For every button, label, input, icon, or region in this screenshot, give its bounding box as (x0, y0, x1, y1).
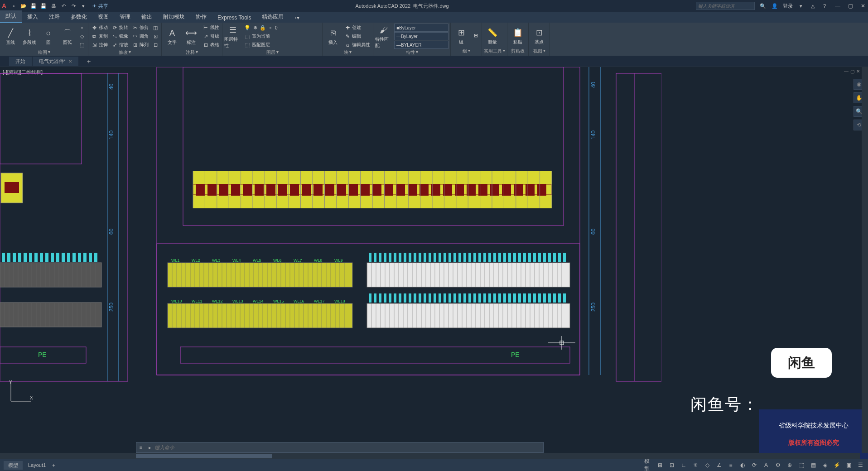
otrack-icon[interactable]: ∠ (715, 461, 723, 469)
lineweight-selector[interactable]: — BYLAYER (394, 41, 448, 49)
maximize-button[interactable]: ▢ (847, 3, 854, 9)
start-tab[interactable]: 开始 (9, 57, 32, 66)
redo-icon[interactable]: ↷ (70, 2, 77, 10)
vp-max-icon[interactable]: ▢ (850, 69, 854, 74)
linear-button[interactable]: ⊢线性 (202, 24, 220, 32)
chevron-down-icon[interactable]: ▾ (468, 48, 470, 54)
search-icon[interactable]: 🔍 (759, 2, 767, 10)
cmd-history-icon[interactable]: ≡ (136, 445, 145, 450)
tab-parametric[interactable]: 参数化 (65, 11, 92, 23)
v-scrollbar[interactable] (862, 67, 868, 453)
tab-express[interactable]: Express Tools (212, 13, 256, 23)
color-selector[interactable]: ■ ByLayer (394, 24, 448, 32)
customize-icon[interactable]: ☰ (856, 461, 864, 469)
h-scrollbar[interactable] (0, 453, 860, 459)
layer-match[interactable]: ⬚匹配图层 (243, 41, 320, 49)
open-icon[interactable]: 📂 (20, 2, 27, 10)
annomonitor-icon[interactable]: ⊕ (786, 461, 794, 469)
tab-default[interactable]: 默认 (0, 10, 22, 23)
mod-extra-2[interactable]: ⊡ (151, 32, 159, 40)
minimize-button[interactable]: — (834, 3, 841, 9)
dim-button[interactable]: ⟷标注 (183, 27, 200, 46)
user-icon[interactable]: 👤 (771, 2, 778, 10)
draw-more-1[interactable]: ▫ (78, 24, 86, 32)
insert-block-button[interactable]: ⎘插入 (324, 27, 342, 46)
paste-button[interactable]: 📋粘贴 (509, 26, 526, 45)
command-line[interactable]: ≡ ▸ (136, 442, 544, 453)
tab-collab[interactable]: 协作 (190, 11, 212, 23)
text-button[interactable]: A文字 (164, 27, 181, 46)
array-button[interactable]: ⊞阵列 (131, 41, 149, 49)
chevron-down-icon[interactable]: ▾ (276, 49, 279, 56)
copy-button[interactable]: ⧉复制 (90, 32, 109, 40)
chevron-down-icon[interactable]: ▾ (349, 49, 352, 56)
chevron-down-icon[interactable]: ▾ (196, 49, 198, 56)
help-search-input[interactable] (696, 2, 755, 10)
tab-view[interactable]: 视图 (92, 11, 114, 23)
chevron-down-icon[interactable]: ▾ (129, 49, 131, 56)
grid-icon[interactable]: ⊞ (656, 461, 664, 469)
polyline-button[interactable]: ⌇多段线 (21, 27, 38, 46)
drawing-tab[interactable]: 电气元器件*✕ (33, 57, 78, 66)
autodesk-icon[interactable]: ◬ (809, 2, 816, 10)
leader-button[interactable]: ↗引线 (202, 32, 220, 40)
tab-manage[interactable]: 管理 (114, 11, 136, 23)
help-icon[interactable]: ? (821, 2, 828, 10)
save-icon[interactable]: 💾 (30, 2, 37, 10)
cleanscreen-icon[interactable]: ▣ (844, 461, 853, 469)
fillet-button[interactable]: ◠圆角 (131, 32, 149, 40)
osnap-icon[interactable]: ◇ (703, 461, 711, 469)
trim-button[interactable]: ✂修剪 (131, 24, 149, 32)
close-button[interactable]: ✕ (860, 3, 866, 9)
mod-extra-1[interactable]: ◫ (151, 24, 159, 32)
measure-button[interactable]: 📏测量 (484, 26, 501, 45)
plot-icon[interactable]: 🖶 (50, 2, 57, 10)
vp-close-icon[interactable]: ✕ (856, 69, 860, 74)
group-extra[interactable]: ⊟ (472, 32, 480, 40)
new-tab-button[interactable]: ＋ (79, 56, 98, 67)
quickprops-icon[interactable]: ▤ (809, 461, 817, 469)
add-layout-button[interactable]: ＋ (51, 462, 56, 469)
cycling-icon[interactable]: ⟳ (750, 461, 758, 469)
block-attr[interactable]: a编辑属性 (343, 41, 371, 49)
block-create[interactable]: ✚创建 (343, 24, 371, 32)
share-button[interactable]: ✈ 共享 (92, 3, 108, 10)
isolate-icon[interactable]: ◈ (821, 461, 829, 469)
polar-icon[interactable]: ✳ (691, 461, 699, 469)
layerprops-button[interactable]: ☰图层特性 (224, 24, 241, 49)
chevron-down-icon[interactable]: ▾ (543, 48, 545, 54)
snap-icon[interactable]: ⊡ (668, 461, 676, 469)
annoscale-icon[interactable]: A (762, 461, 770, 469)
match-props-button[interactable]: 🖌特性匹配 (375, 24, 392, 49)
chevron-down-icon[interactable]: ▾ (416, 49, 418, 56)
transparency-icon[interactable]: ◐ (738, 461, 747, 469)
tab-featured[interactable]: 精选应用 (256, 11, 289, 23)
mirror-button[interactable]: ⇋镜像 (111, 32, 129, 40)
login-button[interactable]: 登录 (783, 3, 793, 10)
scale-button[interactable]: ⤢缩放 (111, 41, 129, 49)
tab-insert[interactable]: 插入 (22, 11, 43, 23)
workspace-icon[interactable]: ⚙ (774, 461, 782, 469)
chevron-down-icon[interactable]: ▾ (48, 49, 50, 56)
saveas-icon[interactable]: 💾 (40, 2, 47, 10)
units-icon[interactable]: ⬚ (797, 461, 805, 469)
base-button[interactable]: ⊡基点 (530, 26, 548, 45)
layout1-tab[interactable]: Layout1 (24, 461, 50, 469)
tab-annotate[interactable]: 注释 (43, 11, 65, 23)
draw-more-3[interactable]: ⬚ (78, 41, 86, 49)
new-icon[interactable]: ▫ (10, 2, 17, 10)
arc-button[interactable]: ⌒圆弧 (59, 27, 76, 46)
cart-icon[interactable]: ▾ (797, 2, 805, 10)
table-button[interactable]: ⊞表格 (202, 41, 220, 49)
rotate-button[interactable]: ⟳旋转 (111, 24, 129, 32)
linetype-selector[interactable]: — ByLayer (394, 32, 448, 40)
draw-more-2[interactable]: ◇ (78, 32, 86, 40)
block-edit[interactable]: ✎编辑 (343, 32, 371, 40)
drawing-canvas[interactable]: [-][俯视][二维线框] — ▢ ✕ PE 40 140 60 250 (0, 67, 868, 459)
qat-dropdown-icon[interactable]: ▾ (80, 2, 87, 10)
tab-addins[interactable]: 附加模块 (158, 11, 190, 23)
tab-output[interactable]: 输出 (136, 11, 158, 23)
mod-extra-3[interactable]: ⊟ (151, 41, 159, 49)
chevron-down-icon[interactable]: ▾ (503, 48, 505, 54)
group-button[interactable]: ⊞组 (453, 26, 470, 45)
